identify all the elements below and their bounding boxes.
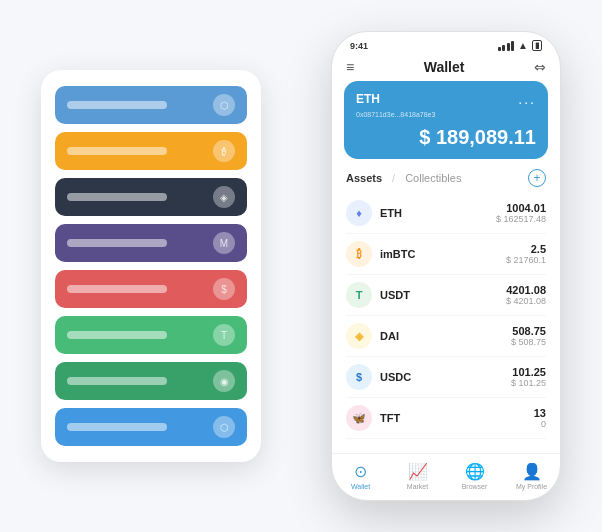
list-item[interactable]: ♦ ETH 1004.01 $ 162517.48 bbox=[346, 193, 546, 234]
card-label-bar bbox=[67, 285, 167, 293]
asset-name: USDT bbox=[380, 289, 410, 301]
wifi-icon: ▲ bbox=[518, 40, 528, 51]
list-item[interactable]: T USDT 4201.08 $ 4201.08 bbox=[346, 275, 546, 316]
asset-amount: 101.25 bbox=[511, 366, 546, 378]
asset-usd: 0 bbox=[534, 419, 546, 429]
list-item[interactable]: ₿ imBTC 2.5 $ 21760.1 bbox=[346, 234, 546, 275]
asset-name: DAI bbox=[380, 330, 399, 342]
status-icons: ▲ ▮ bbox=[498, 40, 542, 51]
card-icon: M bbox=[213, 232, 235, 254]
nav-label: Wallet bbox=[351, 483, 370, 490]
asset-icon: 🦋 bbox=[346, 405, 372, 431]
nav-item-wallet[interactable]: ⊙ Wallet bbox=[332, 462, 389, 490]
asset-amount: 4201.08 bbox=[506, 284, 546, 296]
signal-icon bbox=[498, 41, 515, 51]
nav-icon: 🌐 bbox=[465, 462, 485, 481]
list-item[interactable]: M bbox=[55, 224, 247, 262]
tab-assets[interactable]: Assets bbox=[346, 172, 382, 184]
card-panel: ⬡ ₿ ◈ M $ T ◉ ⬡ bbox=[41, 70, 261, 462]
add-asset-button[interactable]: + bbox=[528, 169, 546, 187]
tab-collectibles[interactable]: Collectibles bbox=[405, 172, 461, 184]
list-item[interactable]: $ bbox=[55, 270, 247, 308]
tab-divider: / bbox=[392, 172, 395, 184]
eth-balance: $ 189,089.11 bbox=[356, 126, 536, 149]
asset-left: ♦ ETH bbox=[346, 200, 402, 226]
asset-name: USDC bbox=[380, 371, 411, 383]
status-bar: 9:41 ▲ ▮ bbox=[332, 32, 560, 55]
asset-left: ₿ imBTC bbox=[346, 241, 415, 267]
card-icon: ⬡ bbox=[213, 416, 235, 438]
nav-item-browser[interactable]: 🌐 Browser bbox=[446, 462, 503, 490]
asset-left: ◈ DAI bbox=[346, 323, 399, 349]
card-icon: $ bbox=[213, 278, 235, 300]
card-icon: ◉ bbox=[213, 370, 235, 392]
bottom-nav: ⊙ Wallet 📈 Market 🌐 Browser 👤 My Profile bbox=[332, 453, 560, 500]
list-item[interactable]: ◈ DAI 508.75 $ 508.75 bbox=[346, 316, 546, 357]
list-item[interactable]: ⬡ bbox=[55, 86, 247, 124]
nav-item-my-profile[interactable]: 👤 My Profile bbox=[503, 462, 560, 490]
card-label-bar bbox=[67, 377, 167, 385]
list-item[interactable]: ◈ bbox=[55, 178, 247, 216]
card-label-bar bbox=[67, 147, 167, 155]
asset-icon: ◈ bbox=[346, 323, 372, 349]
asset-icon: ♦ bbox=[346, 200, 372, 226]
list-item[interactable]: ⬡ bbox=[55, 408, 247, 446]
card-icon: ◈ bbox=[213, 186, 235, 208]
list-item[interactable]: T bbox=[55, 316, 247, 354]
asset-left: $ USDC bbox=[346, 364, 411, 390]
eth-card-header: ETH ... bbox=[356, 91, 536, 107]
asset-right: 101.25 $ 101.25 bbox=[511, 366, 546, 388]
asset-right: 13 0 bbox=[534, 407, 546, 429]
battery-icon: ▮ bbox=[532, 40, 542, 51]
expand-icon[interactable]: ⇔ bbox=[534, 59, 546, 75]
asset-right: 508.75 $ 508.75 bbox=[511, 325, 546, 347]
menu-icon[interactable]: ≡ bbox=[346, 59, 354, 75]
assets-tabs: Assets / Collectibles bbox=[346, 172, 461, 184]
list-item[interactable]: 🦋 TFT 13 0 bbox=[346, 398, 546, 439]
asset-usd: $ 21760.1 bbox=[506, 255, 546, 265]
asset-usd: $ 101.25 bbox=[511, 378, 546, 388]
nav-item-market[interactable]: 📈 Market bbox=[389, 462, 446, 490]
card-label-bar bbox=[67, 423, 167, 431]
card-label-bar bbox=[67, 331, 167, 339]
card-label-bar bbox=[67, 193, 167, 201]
asset-icon: $ bbox=[346, 364, 372, 390]
assets-header: Assets / Collectibles + bbox=[332, 169, 560, 193]
asset-name: imBTC bbox=[380, 248, 415, 260]
asset-name: ETH bbox=[380, 207, 402, 219]
eth-card[interactable]: ETH ... 0x08711d3e...8418a78e3 $ 189,089… bbox=[344, 81, 548, 159]
asset-usd: $ 508.75 bbox=[511, 337, 546, 347]
list-item[interactable]: ₿ bbox=[55, 132, 247, 170]
list-item[interactable]: $ USDC 101.25 $ 101.25 bbox=[346, 357, 546, 398]
eth-address: 0x08711d3e...8418a78e3 bbox=[356, 111, 536, 118]
nav-icon: 👤 bbox=[522, 462, 542, 481]
asset-usd: $ 4201.08 bbox=[506, 296, 546, 306]
nav-icon: 📈 bbox=[408, 462, 428, 481]
nav-label: Browser bbox=[462, 483, 488, 490]
card-label-bar bbox=[67, 101, 167, 109]
phone: 9:41 ▲ ▮ ≡ Wallet ⇔ ETH ... bbox=[331, 31, 561, 501]
asset-icon: T bbox=[346, 282, 372, 308]
asset-left: T USDT bbox=[346, 282, 410, 308]
nav-icon: ⊙ bbox=[354, 462, 367, 481]
page-title: Wallet bbox=[424, 59, 465, 75]
card-icon: ₿ bbox=[213, 140, 235, 162]
asset-left: 🦋 TFT bbox=[346, 405, 400, 431]
status-time: 9:41 bbox=[350, 41, 368, 51]
list-item[interactable]: ◉ bbox=[55, 362, 247, 400]
asset-right: 1004.01 $ 162517.48 bbox=[496, 202, 546, 224]
asset-name: TFT bbox=[380, 412, 400, 424]
eth-card-menu[interactable]: ... bbox=[518, 91, 536, 107]
eth-card-label: ETH bbox=[356, 92, 380, 106]
phone-header: ≡ Wallet ⇔ bbox=[332, 55, 560, 81]
asset-right: 4201.08 $ 4201.08 bbox=[506, 284, 546, 306]
asset-amount: 13 bbox=[534, 407, 546, 419]
nav-label: Market bbox=[407, 483, 428, 490]
asset-list: ♦ ETH 1004.01 $ 162517.48 ₿ imBTC 2.5 $ … bbox=[332, 193, 560, 453]
asset-amount: 1004.01 bbox=[496, 202, 546, 214]
card-icon: ⬡ bbox=[213, 94, 235, 116]
asset-usd: $ 162517.48 bbox=[496, 214, 546, 224]
asset-amount: 2.5 bbox=[506, 243, 546, 255]
nav-label: My Profile bbox=[516, 483, 547, 490]
asset-amount: 508.75 bbox=[511, 325, 546, 337]
